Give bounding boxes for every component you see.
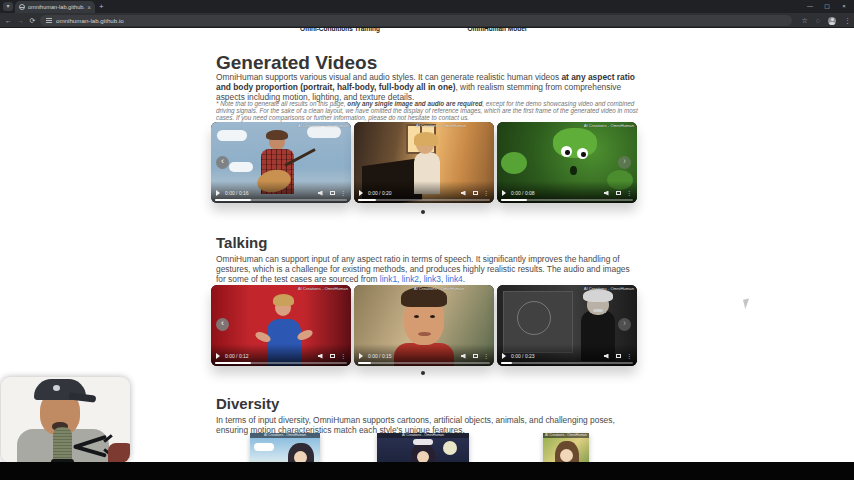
site-info-icon[interactable] — [46, 18, 52, 23]
video-menu-icon[interactable]: ⋮ — [627, 190, 633, 196]
fullscreen-icon[interactable] — [330, 191, 335, 196]
fullscreen-icon[interactable] — [616, 191, 621, 196]
volume-icon[interactable] — [318, 354, 323, 359]
extensions-icon[interactable]: ◌ — [816, 16, 820, 25]
webcam-overlay — [1, 377, 130, 463]
carousel-next-icon[interactable]: › — [618, 318, 631, 331]
screen: ▾ omnihuman-lab.github.io × + — ▢ × ← → … — [0, 0, 854, 480]
video-controls: 0:00 / 0:12 ⋮ — [211, 344, 351, 366]
new-tab-button[interactable]: + — [99, 2, 104, 11]
fullscreen-icon[interactable] — [616, 354, 621, 359]
video-player-boy-portrait[interactable]: AI Creations - OmniHuman 0:00 / 0:15 ⋮ — [354, 285, 494, 366]
video-progress-bar[interactable] — [358, 199, 490, 201]
url-text: omnihuman-lab.github.io — [56, 17, 124, 24]
play-icon[interactable] — [502, 353, 506, 359]
play-icon[interactable] — [502, 190, 506, 196]
video-controls: 0:00 / 0:20 ⋮ — [354, 181, 494, 203]
carousel-page-dot[interactable] — [421, 371, 425, 375]
volume-icon[interactable] — [604, 354, 609, 359]
section-title-generated-videos: Generated Videos — [216, 52, 377, 74]
video-time: 0:00 / 0:12 — [225, 353, 318, 359]
video-watermark: AI Creations - OmniHuman — [298, 286, 348, 291]
forward-icon[interactable]: → — [16, 16, 25, 25]
video-watermark: AI Creations - OmniHuman — [584, 286, 634, 291]
volume-icon[interactable] — [461, 354, 466, 359]
video-watermark: AI Creations - OmniHuman — [543, 433, 589, 438]
bookmark-star-icon[interactable]: ☆ — [802, 16, 808, 25]
cap-logo — [53, 385, 60, 391]
window-maximize-button[interactable]: ▢ — [823, 0, 831, 12]
video-watermark: AI Creations - OmniHuman — [584, 123, 634, 128]
video-controls: 0:00 / 0:23 ⋮ — [497, 344, 637, 366]
tab-close-icon[interactable]: × — [87, 4, 91, 11]
video-time: 0:00 / 0:08 — [511, 190, 604, 196]
address-bar[interactable]: omnihuman-lab.github.io — [40, 15, 792, 26]
volume-icon[interactable] — [461, 191, 466, 196]
video-time: 0:00 / 0:20 — [368, 190, 461, 196]
video-menu-icon[interactable]: ⋮ — [627, 353, 633, 359]
reload-icon[interactable]: ⟳ — [28, 16, 37, 25]
video-watermark: AI Creations - OmniHuman — [416, 123, 466, 128]
talking-paragraph: OmniHuman can support input of any aspec… — [216, 254, 640, 285]
carousel-page-dot[interactable] — [421, 210, 425, 214]
video-menu-icon[interactable]: ⋮ — [341, 353, 347, 359]
link4[interactable]: link4 — [446, 274, 463, 284]
carousel-prev-icon[interactable]: ‹ — [216, 156, 229, 169]
window-minimize-button[interactable]: — — [806, 0, 814, 12]
video-progress-bar[interactable] — [215, 362, 347, 364]
back-icon[interactable]: ← — [4, 16, 13, 25]
link3[interactable]: link3 — [424, 274, 441, 284]
volume-icon[interactable] — [318, 191, 323, 196]
play-icon[interactable] — [216, 353, 220, 359]
browser-tab[interactable]: omnihuman-lab.github.io × — [15, 1, 95, 13]
video-watermark: AI Creations - OmniHuman — [377, 433, 469, 438]
microphone — [53, 427, 72, 463]
video-progress-bar[interactable] — [501, 199, 633, 201]
figure-caption-omnihuman-model: OmniHuman Model — [447, 28, 547, 32]
video-thumbnail-anime-night-girl[interactable]: AI Creations - OmniHuman — [377, 433, 469, 462]
paragraph-text: . — [463, 274, 465, 284]
video-controls: 0:00 / 0:15 ⋮ — [354, 344, 494, 366]
fullscreen-icon[interactable] — [473, 354, 478, 359]
note-bold-text: only any single image and audio are requ… — [347, 100, 482, 107]
browser-menu-icon[interactable]: ⋮ — [844, 16, 851, 25]
video-thumbnail-anime-garden-girl[interactable]: AI Creations - OmniHuman — [543, 433, 589, 462]
video-progress-bar[interactable] — [501, 362, 633, 364]
video-time: 0:00 / 0:15 — [368, 353, 461, 359]
note-text: * Note that to generate all results on t… — [216, 100, 347, 107]
fullscreen-icon[interactable] — [330, 354, 335, 359]
video-thumbnail-anime-sky-girl[interactable]: AI Creations - OmniHuman — [250, 433, 320, 462]
video-player-piano-woman[interactable]: AI Creations - OmniHuman 0:00 / 0:20 ⋮ — [354, 122, 494, 203]
carousel-prev-icon[interactable]: ‹ — [216, 318, 229, 331]
fullscreen-icon[interactable] — [473, 191, 478, 196]
generated-videos-note: * Note that to generate all results on t… — [216, 100, 642, 122]
browser-toolbar: ← → ⟳ omnihuman-lab.github.io ☆ ◌ ⋮ — [0, 13, 854, 28]
window-close-button[interactable]: × — [840, 0, 848, 12]
paragraph-text: OmniHuman supports various visual and au… — [216, 72, 561, 82]
play-icon[interactable] — [216, 190, 220, 196]
video-player-speaker-woman[interactable]: AI Creations - OmniHuman 0:00 / 0:12 ⋮ — [211, 285, 351, 366]
link1[interactable]: link1 — [380, 274, 397, 284]
section-title-diversity: Diversity — [216, 395, 279, 412]
video-menu-icon[interactable]: ⋮ — [341, 190, 347, 196]
video-progress-bar[interactable] — [215, 199, 347, 201]
figure-caption-omni-conditions: Omni-Conditions Training — [280, 28, 400, 32]
tab-strip: ▾ omnihuman-lab.github.io × + — ▢ × — [0, 0, 854, 13]
profile-avatar[interactable] — [828, 17, 836, 25]
video-player-einstein[interactable]: AI Creations - OmniHuman 0:00 / 0:23 ⋮ — [497, 285, 637, 366]
video-player-guitar-woman[interactable]: AI Creations - OmniHuman 0:00 / 0:16 ⋮ — [211, 122, 351, 203]
carousel-next-icon[interactable]: › — [618, 156, 631, 169]
video-player-broccoli-character[interactable]: AI Creations - OmniHuman 0:00 / 0:08 ⋮ — [497, 122, 637, 203]
volume-icon[interactable] — [604, 191, 609, 196]
tab-search-icon[interactable]: ▾ — [3, 2, 13, 11]
video-time: 0:00 / 0:16 — [225, 190, 318, 196]
video-menu-icon[interactable]: ⋮ — [484, 190, 490, 196]
video-progress-bar[interactable] — [358, 362, 490, 364]
play-icon[interactable] — [359, 190, 363, 196]
video-menu-icon[interactable]: ⋮ — [484, 353, 490, 359]
play-icon[interactable] — [359, 353, 363, 359]
tab-favicon-globe-icon — [19, 4, 25, 10]
section-title-talking: Talking — [216, 234, 267, 251]
person-sleeve — [108, 443, 130, 463]
link2[interactable]: link2 — [402, 274, 419, 284]
